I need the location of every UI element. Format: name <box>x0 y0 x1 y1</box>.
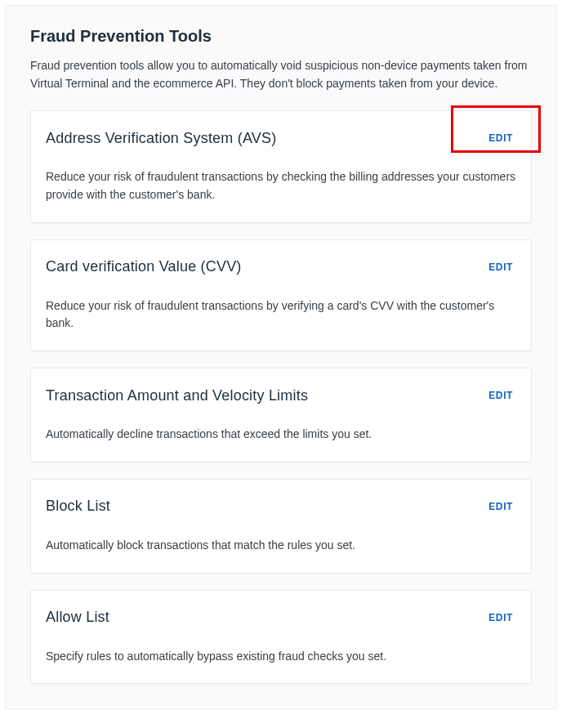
card-title-cvv: Card verification Value (CVV) <box>46 258 242 275</box>
edit-button-blocklist[interactable]: EDIT <box>485 496 516 517</box>
card-header: Block List EDIT <box>46 496 516 517</box>
edit-button-avs[interactable]: EDIT <box>485 127 516 149</box>
fraud-tools-panel: Fraud Prevention Tools Fraud prevention … <box>5 5 557 709</box>
edit-button-velocity[interactable]: EDIT <box>485 385 516 406</box>
card-header: Card verification Value (CVV) EDIT <box>46 257 516 278</box>
card-velocity: Transaction Amount and Velocity Limits E… <box>30 368 532 462</box>
card-body-avs: Reduce your risk of fraudulent transacti… <box>46 168 516 203</box>
card-body-allowlist: Specify rules to automatically bypass ex… <box>46 648 516 666</box>
card-allowlist: Allow List EDIT Specify rules to automat… <box>30 590 532 685</box>
card-header: Transaction Amount and Velocity Limits E… <box>46 385 516 406</box>
card-title-allowlist: Allow List <box>46 609 109 626</box>
card-cvv: Card verification Value (CVV) EDIT Reduc… <box>30 239 532 351</box>
card-title-blocklist: Block List <box>46 498 110 515</box>
edit-button-allowlist[interactable]: EDIT <box>485 607 516 628</box>
page-title: Fraud Prevention Tools <box>30 27 532 46</box>
card-header: Allow List EDIT <box>46 607 516 628</box>
card-body-cvv: Reduce your risk of fraudulent transacti… <box>46 297 516 333</box>
card-title-avs: Address Verification System (AVS) <box>46 130 276 147</box>
card-blocklist: Block List EDIT Automatically block tran… <box>30 479 532 574</box>
page-description: Fraud prevention tools allow you to auto… <box>30 57 532 92</box>
card-avs: Address Verification System (AVS) EDIT R… <box>30 110 532 222</box>
card-body-blocklist: Automatically block transactions that ma… <box>46 537 516 555</box>
edit-button-cvv[interactable]: EDIT <box>485 257 516 278</box>
card-title-velocity: Transaction Amount and Velocity Limits <box>46 387 308 404</box>
card-header: Address Verification System (AVS) EDIT <box>46 127 516 149</box>
card-body-velocity: Automatically decline transactions that … <box>46 426 516 444</box>
